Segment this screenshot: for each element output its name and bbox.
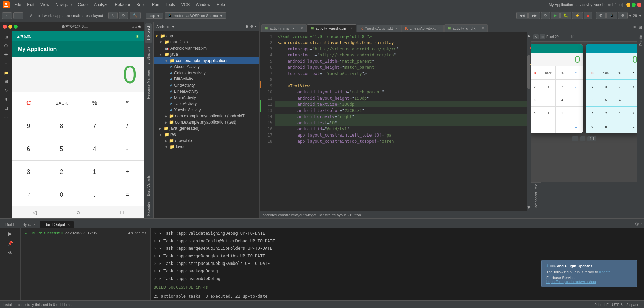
run-config-selector[interactable]: app ▼ xyxy=(146,13,163,19)
calc-btn-0[interactable]: 0 xyxy=(45,183,78,206)
menu-item-build[interactable]: Build xyxy=(134,2,148,8)
favorites-tab[interactable]: Favorites xyxy=(145,199,152,218)
emulator-close-button[interactable] xyxy=(3,25,7,29)
close-tab-linear[interactable]: × xyxy=(438,27,440,30)
nav-right-button[interactable]: ▶▶ xyxy=(528,12,540,19)
fullscreen-btn[interactable]: ⊞ xyxy=(2,33,10,41)
breadcrumb-button[interactable]: Button xyxy=(350,213,361,217)
tab-yueshu-activity[interactable]: K YueshuActivity.kt × xyxy=(357,25,401,32)
editor-scroll-bar[interactable]: ▲ ▼ xyxy=(527,32,531,211)
calc-btn-4[interactable]: 4 xyxy=(78,138,111,161)
bottom-panel-gear-icon[interactable]: ⚙ xyxy=(635,222,639,227)
menu-item-file[interactable]: File xyxy=(12,2,24,8)
nav-home-button[interactable]: ○ xyxy=(77,209,80,216)
tree-item-manifests[interactable]: ▼ 📁 manifests xyxy=(154,39,259,45)
calc-btn-2[interactable]: 2 xyxy=(45,161,78,183)
multi-window-btn[interactable]: ⊟ xyxy=(2,104,10,112)
tree-item-drawable[interactable]: ▶ 📁 drawable xyxy=(154,138,259,144)
rotate-btn[interactable]: ↻ xyxy=(2,86,10,94)
cursor-tool[interactable]: ↖ xyxy=(108,12,118,19)
menu-item-refactor[interactable]: Refactor xyxy=(112,2,133,8)
tree-item-grid[interactable]: A GridActivity xyxy=(154,82,259,88)
run-button[interactable]: ▶ xyxy=(551,12,560,19)
calc-btn-percent[interactable]: % xyxy=(78,92,111,115)
panel-icon-plus[interactable]: ⊕ xyxy=(245,24,248,29)
tree-item-main[interactable]: A MainActivity xyxy=(154,94,259,101)
tree-item-com-android-t[interactable]: ▶ 📁 com.example.myapplication (androidT xyxy=(154,113,259,119)
panel-icon-close[interactable]: × xyxy=(255,24,257,29)
notification-url-link[interactable]: https://blog.csdn.net/wxnshau xyxy=(546,280,596,284)
tree-item-calculator[interactable]: A CalculatorActivity xyxy=(154,70,259,76)
close-tab-yueshu[interactable]: × xyxy=(351,26,353,30)
breadcrumb-android-work[interactable]: Android work xyxy=(30,14,52,18)
scroll-down-button[interactable]: ▼ xyxy=(527,204,531,211)
menu-item-run[interactable]: Run xyxy=(149,2,162,8)
settings-button[interactable]: ⚙ xyxy=(618,12,628,19)
calc-btn-plusminus[interactable]: +/- xyxy=(12,183,45,206)
sync-tab[interactable]: Sync × xyxy=(18,221,39,228)
palette-label[interactable]: Palette xyxy=(637,34,644,47)
nav-recents-button[interactable]: □ xyxy=(120,209,124,216)
hammer-icon[interactable]: 🔨 xyxy=(130,12,141,19)
tree-item-android-manifest[interactable]: 🤖 AndroidManifest.xml xyxy=(154,45,259,51)
breadcrumb-layout[interactable]: layout xyxy=(93,14,103,18)
calc-btn-3[interactable]: 3 xyxy=(12,161,45,183)
stop-button[interactable]: ■ xyxy=(584,12,592,19)
zoom-out-button[interactable]: - xyxy=(580,136,585,141)
menu-item-window[interactable]: Window xyxy=(193,2,213,8)
vol-up-btn[interactable]: + xyxy=(2,51,10,59)
preview-toolbar-size-btn[interactable]: + xyxy=(560,34,564,39)
breadcrumb-app[interactable]: app xyxy=(55,14,61,18)
zoom-in-button[interactable]: + xyxy=(572,136,578,141)
apps-btn[interactable]: ⊞ xyxy=(2,77,10,86)
build-variants-tab[interactable]: Build Variants xyxy=(145,172,152,199)
profile-button[interactable]: ⚡ xyxy=(572,12,583,19)
vol-down-btn[interactable]: - xyxy=(2,60,10,68)
tree-item-table[interactable]: A TableActivity xyxy=(154,101,259,107)
build-tab[interactable]: Build xyxy=(1,221,18,228)
preview-toolbar-btn1[interactable]: ↖ xyxy=(533,34,539,39)
device-selector[interactable]: 📱 motorola AOSP on Shama ▼ xyxy=(165,12,226,19)
bottom-panel-close-icon[interactable]: × xyxy=(640,222,643,227)
menu-item-tools[interactable]: Tools xyxy=(163,2,178,8)
calc-btn-9[interactable]: 9 xyxy=(12,115,45,138)
calc-btn-multiply[interactable]: * xyxy=(111,92,144,115)
menu-item-code[interactable]: Code xyxy=(75,2,90,8)
android-view-arrow[interactable]: ▼ xyxy=(171,25,175,29)
tree-item-diff[interactable]: A DiffActivity xyxy=(154,76,259,82)
menu-item-analyze[interactable]: Analyze xyxy=(91,2,111,8)
breadcrumb-main[interactable]: main xyxy=(73,14,81,18)
sdk-manager-button[interactable]: ⚙ xyxy=(596,12,606,19)
back-button[interactable]: ← xyxy=(2,12,12,19)
breadcrumb-res[interactable]: res xyxy=(85,14,90,18)
calc-btn-plus[interactable]: + xyxy=(111,161,144,183)
tree-item-java-gen[interactable]: ▶ 📁 java (generated) xyxy=(154,125,259,131)
sync-button[interactable]: ⟳ xyxy=(119,12,128,19)
structure-tab[interactable]: 7: Structure xyxy=(145,44,152,67)
toggle-preview-view[interactable]: ⊞ xyxy=(638,24,643,30)
tab-activity-yueshu[interactable]: ⊞ activity_yueshu.xml × xyxy=(307,24,356,32)
close-tab-main[interactable]: × xyxy=(301,26,303,30)
calc-btn-8[interactable]: 8 xyxy=(45,115,78,138)
calc-btn-7[interactable]: 7 xyxy=(78,115,111,138)
close-tab-yueshu-kt[interactable]: × xyxy=(396,27,398,30)
more-btn[interactable]: ··· xyxy=(2,113,10,121)
calc-btn-5[interactable]: 5 xyxy=(45,138,78,161)
avd-manager-button[interactable]: 📱 xyxy=(606,12,617,19)
resource-manager-tab[interactable]: Resource Manager xyxy=(145,67,152,102)
breadcrumb-constraint-layout[interactable]: androidx.constraintlayout.widget.Constra… xyxy=(263,213,346,217)
build-pin-btn[interactable]: 📌 xyxy=(6,239,14,247)
file-btn[interactable]: 📁 xyxy=(2,68,10,77)
tree-item-java[interactable]: ▼ 📁 java xyxy=(154,51,259,57)
menu-item-view[interactable]: View xyxy=(38,2,52,8)
scale-11-button[interactable]: 1:1 xyxy=(587,136,596,141)
project-tab[interactable]: 1: Project xyxy=(145,23,152,43)
settings-btn[interactable]: ⚙ xyxy=(2,42,10,50)
minimize-button[interactable] xyxy=(626,3,630,7)
tab-linear-activity[interactable]: K LinearActivity.kt × xyxy=(401,25,443,32)
calc-btn-equals[interactable]: = xyxy=(111,183,144,206)
tree-item-linear[interactable]: A LinearActivity xyxy=(154,88,259,94)
calc-btn-back[interactable]: BACK xyxy=(45,92,78,115)
debug-button[interactable]: 🐛 xyxy=(560,12,571,19)
calc-buttons[interactable]: C BACK % * 9 8 7 / 6 5 4 - 3 2 1 xyxy=(12,92,144,206)
